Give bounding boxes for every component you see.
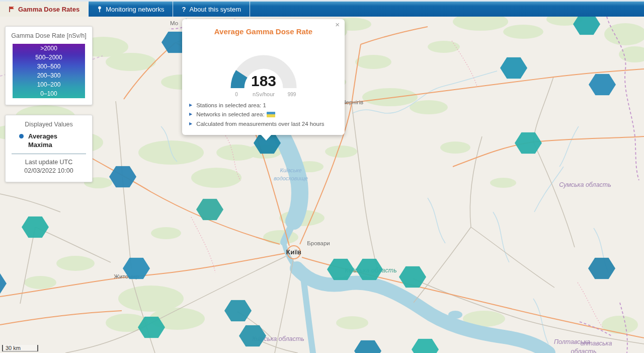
tab-label: Gamma Dose Rates (18, 6, 79, 13)
option-label: Maxima (28, 141, 52, 149)
displayed-values-option-maxima[interactable]: Maxima (19, 141, 92, 149)
popup-bullet: ▶Calculated from measurements over last … (189, 120, 338, 127)
legend-row: 200–300 (13, 71, 85, 80)
bullet-arrow-icon: ▶ (189, 111, 192, 118)
app-window: Gamma Dose RatesMonitoring networks?Abou… (0, 0, 644, 353)
bullet-text: Stations in selected area: 1 (196, 102, 266, 109)
divider (12, 154, 86, 154)
legend-row: 500–2000 (13, 53, 85, 62)
popup-title: Average Gamma Dose Rate (189, 27, 338, 36)
radio-selected-icon (19, 134, 24, 138)
bullet-text: Networks in selected area: (196, 111, 275, 118)
flag-icon (9, 6, 15, 13)
tab-bar: Gamma Dose RatesMonitoring networks?Abou… (0, 0, 644, 17)
tab-label: About this system (189, 6, 241, 13)
displayed-values-panel: Displayed Values AveragesMaxima Last upd… (5, 115, 93, 182)
popup-bullet: ▶Stations in selected area: 1 (189, 102, 338, 109)
tab-gamma-dose-rates[interactable]: Gamma Dose Rates (0, 2, 89, 17)
pin-icon (97, 6, 102, 13)
option-label: Averages (28, 132, 57, 140)
last-update: Last update UTC 02/03/2022 10:00 (6, 158, 92, 175)
scale-label: 30 km (6, 345, 21, 351)
last-update-label: Last update UTC (6, 158, 92, 167)
ukraine-flag-icon (267, 112, 275, 117)
popup-pointer (261, 134, 272, 140)
legend-title: Gamma Dose Rate [nSv/h] (9, 32, 89, 39)
map-area[interactable]: МоЧернігівБровариКиївЖитомирКиївське вод… (0, 17, 644, 353)
legend-row: 100–200 (13, 80, 85, 89)
map-scale-bar: 30 km (2, 345, 38, 351)
info-popup: × Average Gamma Dose Rate 183 nSv/hour 0… (182, 19, 345, 135)
displayed-values-options: AveragesMaxima (6, 132, 92, 149)
popup-bullet: ▶Networks in selected area: (189, 111, 338, 118)
tab-label: Monitoring networks (106, 6, 164, 13)
bullet-text: Calculated from measurements over last 2… (196, 120, 324, 127)
question-icon: ? (182, 6, 186, 13)
gauge-chart: 183 nSv/hour 0 999 (204, 37, 323, 99)
displayed-values-option-averages[interactable]: Averages (19, 132, 92, 140)
gauge-value: 183 (251, 73, 276, 89)
tab-about-this-system[interactable]: ?About this system (173, 2, 250, 17)
legend-panel: Gamma Dose Rate [nSv/h] >2000500–2000300… (5, 26, 93, 105)
displayed-values-title: Displayed Values (9, 121, 89, 128)
legend-row: >2000 (13, 44, 85, 53)
close-icon[interactable]: × (335, 21, 340, 28)
bullet-arrow-icon: ▶ (189, 102, 192, 109)
tab-monitoring-networks[interactable]: Monitoring networks (89, 2, 173, 17)
gauge-min: 0 (235, 92, 238, 97)
last-update-value: 02/03/2022 10:00 (6, 167, 92, 175)
legend-row: 300–500 (13, 62, 85, 71)
legend-color-scale: >2000500–2000300–500200–300100–2000–100 (13, 44, 85, 98)
gauge-max: 999 (287, 92, 296, 97)
popup-bullets: ▶Stations in selected area: 1▶Networks i… (189, 102, 338, 128)
legend-row: 0–100 (13, 89, 85, 98)
bullet-arrow-icon: ▶ (189, 120, 192, 127)
radio-unselected-icon (19, 143, 24, 147)
gauge-unit: nSv/hour (252, 91, 274, 97)
